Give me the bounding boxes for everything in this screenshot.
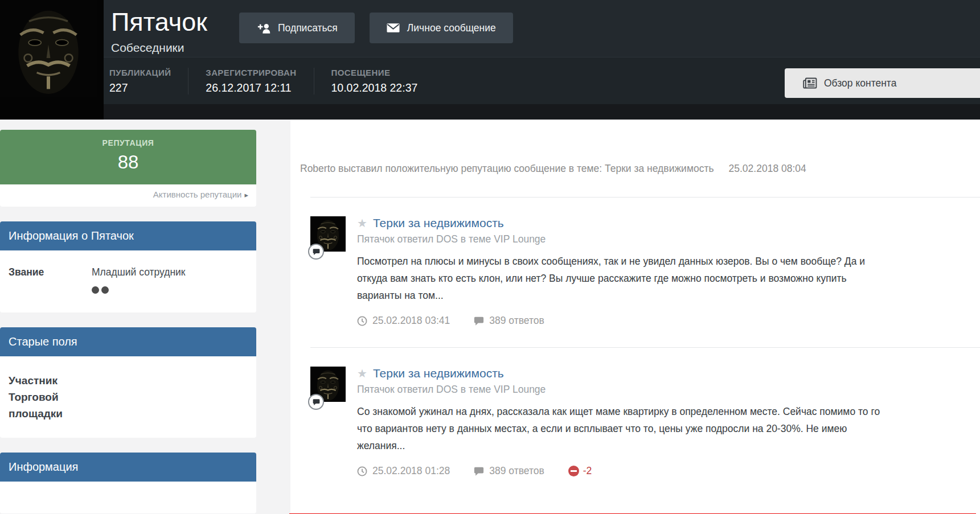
user-plus-icon bbox=[256, 23, 270, 34]
post-date-text: 25.02.2018 01:28 bbox=[372, 465, 450, 477]
about-box-title: Информация о Пятачок bbox=[0, 221, 256, 250]
stat-label: ЗАРЕГИСТРИРОВАН bbox=[206, 68, 296, 77]
post-excerpt: Посмотрел на плюсы и минусы в своих сооб… bbox=[357, 253, 883, 304]
event-date: 25.02.2018 08:04 bbox=[729, 163, 806, 174]
follow-button-label: Подписаться bbox=[278, 22, 338, 34]
reputation-activity-label: Активность репутации bbox=[153, 190, 242, 199]
speech-bubble-icon bbox=[313, 248, 320, 256]
newspaper-icon bbox=[803, 77, 817, 89]
stat-publications: ПУБЛИКАЦИЙ 227 bbox=[109, 68, 188, 94]
post-avatar[interactable] bbox=[310, 216, 346, 252]
stat-label: ПОСЕЩЕНИЕ bbox=[331, 68, 418, 77]
content-overview-label: Обзор контента bbox=[824, 77, 896, 89]
activity-feed: Roberto выставил положительную репутацию… bbox=[290, 120, 980, 514]
post-date: 25.02.2018 01:28 bbox=[357, 465, 450, 477]
clock-icon bbox=[357, 316, 367, 326]
rank-pips bbox=[92, 285, 186, 297]
reputation-value: 88 bbox=[0, 151, 256, 173]
stat-registered: ЗАРЕГИСТРИРОВАН 26.12.2017 12:11 bbox=[188, 68, 313, 94]
old-fields-value: Участник Торговой площадки bbox=[9, 372, 88, 422]
reputation-label: РЕПУТАЦИЯ bbox=[0, 138, 256, 147]
stat-value: 10.02.2018 22:37 bbox=[331, 81, 418, 94]
information-title: Информация bbox=[0, 453, 256, 482]
content-overview-button[interactable]: Обзор контента bbox=[785, 68, 980, 98]
private-message-label: Личное сообщение bbox=[407, 22, 496, 34]
post-byline: Пятачок ответил DOS в теме VIP Lounge bbox=[357, 384, 883, 396]
star-icon[interactable]: ★ bbox=[357, 367, 367, 380]
profile-sidebar: РЕПУТАЦИЯ 88 Активность репутации▸ Инфор… bbox=[0, 120, 256, 514]
reputation-box: РЕПУТАЦИЯ 88 bbox=[0, 130, 256, 184]
feed-post: ★ Терки за недвижимость Пятачок ответил … bbox=[310, 347, 980, 477]
rank-pip bbox=[101, 286, 109, 294]
stat-value: 26.12.2017 12:11 bbox=[206, 81, 296, 94]
header-bottom-strip bbox=[0, 104, 980, 120]
follow-button[interactable]: Подписаться bbox=[239, 13, 355, 43]
stat-label: ПУБЛИКАЦИЙ bbox=[109, 68, 171, 77]
guy-fawkes-mask-avatar bbox=[0, 0, 97, 97]
profile-avatar[interactable] bbox=[0, 0, 104, 120]
post-byline: Пятачок ответил DOS в теме VIP Lounge bbox=[357, 233, 883, 245]
post-date-text: 25.02.2018 03:41 bbox=[372, 315, 450, 327]
rank-value: Младший сотрудник bbox=[92, 266, 186, 278]
post-date: 25.02.2018 03:41 bbox=[357, 315, 450, 327]
about-box: Информация о Пятачок Звание Младший сотр… bbox=[0, 221, 256, 312]
stat-value: 227 bbox=[109, 81, 171, 94]
chevron-right-icon: ▸ bbox=[244, 191, 248, 199]
post-replies-text: 389 ответов bbox=[489, 465, 544, 477]
old-fields-title: Старые поля bbox=[0, 327, 256, 356]
post-topic-link[interactable]: Терки за недвижимость bbox=[373, 216, 504, 230]
envelope-icon bbox=[387, 23, 400, 33]
star-icon[interactable]: ★ bbox=[357, 216, 367, 230]
speech-bubble-icon bbox=[474, 466, 484, 476]
rank-pip bbox=[92, 286, 99, 294]
old-fields-box: Старые поля Участник Торговой площадки bbox=[0, 327, 256, 438]
post-replies-text: 389 ответов bbox=[489, 315, 544, 327]
reply-badge bbox=[308, 394, 324, 410]
stat-last-visit: ПОСЕЩЕНИЕ 10.02.2018 22:37 bbox=[314, 68, 435, 94]
post-negative-reputation: -2 bbox=[568, 465, 592, 477]
event-text: Roberto выставил положительную репутацию… bbox=[300, 163, 714, 174]
private-message-button[interactable]: Личное сообщение bbox=[370, 13, 513, 43]
post-avatar[interactable] bbox=[310, 367, 346, 402]
reputation-event-row: Roberto выставил положительную репутацию… bbox=[290, 161, 980, 176]
minus-circle-icon bbox=[568, 466, 579, 476]
profile-header: ПУБЛИКАЦИЙ 227 ЗАРЕГИСТРИРОВАН 26.12.201… bbox=[0, 0, 980, 120]
negative-rep-value: -2 bbox=[583, 465, 592, 477]
post-excerpt: Со знакомой ужинал на днях, рассказала к… bbox=[357, 403, 883, 454]
speech-bubble-icon bbox=[313, 398, 320, 406]
page-title-username: Пятачок bbox=[111, 8, 207, 36]
reply-badge bbox=[308, 244, 324, 260]
post-replies[interactable]: 389 ответов bbox=[474, 465, 544, 477]
rank-label: Звание bbox=[9, 266, 92, 297]
reputation-activity-link[interactable]: Активность репутации▸ bbox=[0, 184, 256, 207]
feed-post: ★ Терки за недвижимость Пятачок ответил … bbox=[310, 197, 980, 327]
information-box: Информация bbox=[0, 453, 256, 513]
rank-value-cell: Младший сотрудник bbox=[92, 266, 186, 297]
post-topic-link[interactable]: Терки за недвижимость bbox=[373, 367, 504, 380]
clock-icon bbox=[357, 466, 367, 476]
user-group-label: Собеседники bbox=[111, 41, 207, 55]
post-replies[interactable]: 389 ответов bbox=[474, 315, 544, 327]
speech-bubble-icon bbox=[474, 316, 484, 326]
